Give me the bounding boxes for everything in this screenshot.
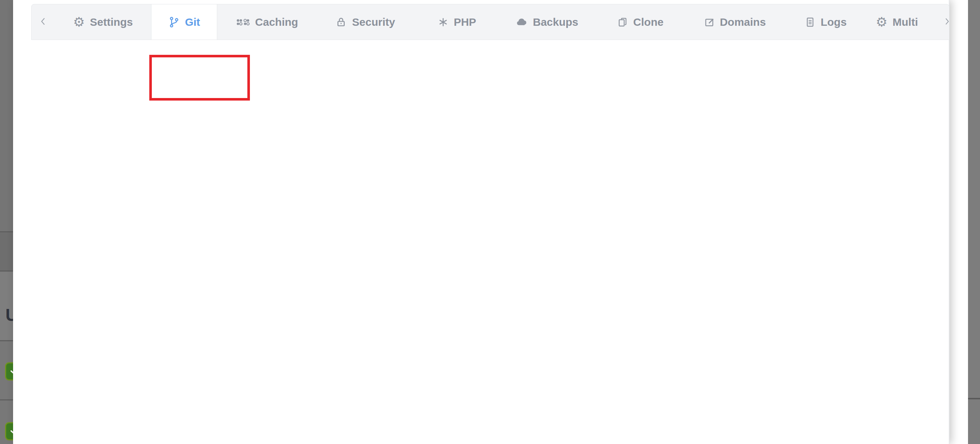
check-icon <box>10 426 13 437</box>
tab-label: Git <box>185 16 200 28</box>
tab-label: Caching <box>255 16 298 28</box>
backdrop-letter: U <box>5 305 13 325</box>
backdrop-band <box>0 0 13 231</box>
screen: U ⚙ Settings <box>0 0 980 444</box>
backdrop-band <box>0 232 13 270</box>
copy-icon <box>617 17 628 28</box>
lock-icon <box>335 16 347 28</box>
chevron-right-icon <box>943 16 950 29</box>
tab-settings[interactable]: ⚙ Settings <box>55 4 151 40</box>
tab-multisite[interactable]: ⚙ Multi <box>869 4 937 40</box>
git-branch-icon <box>168 16 180 28</box>
check-icon <box>10 366 13 377</box>
tab-label: Clone <box>633 16 663 28</box>
tab-php[interactable]: PHP <box>414 4 501 40</box>
tab-security[interactable]: Security <box>317 4 414 40</box>
tab-label: Logs <box>821 16 847 28</box>
cloud-icon <box>515 17 528 28</box>
tab-label: Multi <box>892 16 918 28</box>
gear-icon: ⚙ <box>876 16 888 29</box>
backdrop-right-divider <box>968 398 980 400</box>
tab-label: PHP <box>454 16 476 28</box>
dots-grid-icon <box>236 18 250 26</box>
tab-domains[interactable]: Domains <box>687 4 782 40</box>
spark-icon <box>438 17 449 28</box>
document-icon <box>805 17 815 28</box>
tab-logs[interactable]: Logs <box>782 4 869 40</box>
tab-label: Domains <box>720 16 766 28</box>
tab-caching[interactable]: Caching <box>217 4 317 40</box>
tab-git[interactable]: Git <box>151 4 217 40</box>
backdrop-left-strip: U <box>0 0 13 444</box>
tab-label: Settings <box>90 16 132 28</box>
pencil-square-icon <box>704 17 715 28</box>
tab-label: Security <box>352 16 395 28</box>
backdrop-right-strip <box>968 0 980 444</box>
tab-clone[interactable]: Clone <box>593 4 687 40</box>
tabs-scroll-right-button[interactable] <box>937 4 950 40</box>
tabs-scroll-left-button[interactable] <box>32 4 55 40</box>
annotation-red-box-deployment <box>149 55 250 101</box>
modal-tab-bar: ⚙ Settings Git Caching <box>31 4 950 40</box>
gear-icon: ⚙ <box>73 16 84 29</box>
chevron-left-icon <box>38 15 48 29</box>
check-badge <box>5 422 13 440</box>
check-badge <box>5 362 13 381</box>
tab-label: Backups <box>533 16 578 28</box>
tab-backups[interactable]: Backups <box>501 4 593 40</box>
